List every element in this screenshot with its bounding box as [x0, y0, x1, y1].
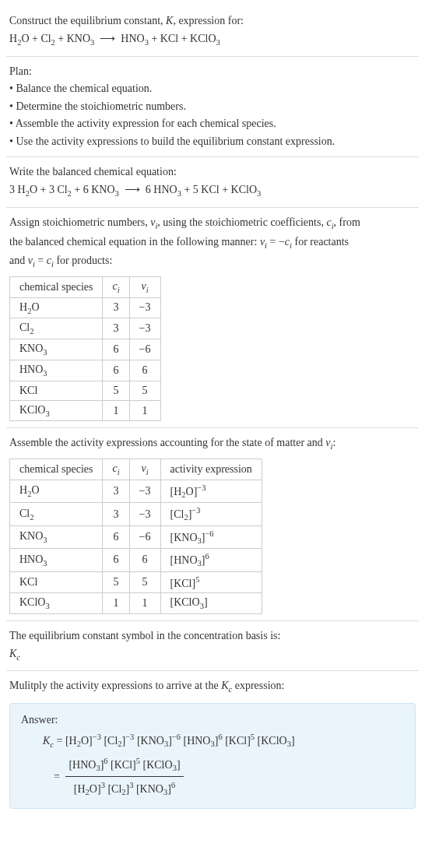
kc-symbol-line1: The equilibrium constant symbol in the c… [9, 627, 416, 645]
cell-species: KClO3 [10, 400, 103, 421]
cell-c: 3 [103, 318, 129, 339]
cell-species: HNO3 [10, 360, 103, 381]
stoich-intro: the balanced chemical equation in the fo… [9, 234, 416, 253]
table-row: KClO3 1 1 [KClO3] [10, 593, 262, 614]
cell-v: −3 [129, 503, 160, 525]
cell-v: −6 [129, 525, 160, 548]
cell-expr: [HNO3]6 [160, 549, 262, 571]
cell-v: 6 [129, 549, 160, 571]
cell-expr: [KNO3]−6 [160, 525, 262, 548]
table-row: HNO3 6 6 [HNO3]6 [10, 549, 262, 571]
table-header-row: chemical species ci νi [10, 276, 161, 297]
cell-species: KNO3 [10, 339, 103, 360]
table-row: KClO3 1 1 [10, 400, 161, 421]
cell-species: HNO3 [10, 549, 103, 571]
multiply-section: Mulitply the activity expressions to arr… [6, 671, 419, 815]
cell-species: KCl [10, 571, 103, 593]
cell-v: −3 [129, 297, 160, 318]
header-title: Construct the equilibrium constant, K, e… [9, 12, 416, 30]
plan-item: • Assemble the activity expression for e… [9, 115, 416, 132]
activity-title: Assemble the activity expressions accoun… [9, 434, 416, 454]
cell-species: KNO3 [10, 525, 103, 548]
stoich-intro: and νi = ci for products: [9, 252, 416, 272]
table-row: KNO3 6 −6 [10, 339, 161, 360]
fraction-numerator: [HNO3]6 [KCl]5 [KClO3] [65, 753, 183, 777]
kc-symbol: Kc [9, 645, 416, 665]
cell-c: 3 [103, 480, 129, 502]
stoich-section: Assign stoichiometric numbers, νi, using… [6, 208, 419, 429]
activity-table: chemical species ci νi activity expressi… [9, 459, 262, 614]
col-species: chemical species [10, 459, 103, 480]
cell-species: Cl2 [10, 318, 103, 339]
col-c: ci [103, 459, 129, 480]
kc-symbol-section: The equilibrium constant symbol in the c… [6, 621, 419, 671]
col-v: νi [129, 276, 160, 297]
activity-section: Assemble the activity expressions accoun… [6, 428, 419, 621]
col-v: νi [129, 459, 160, 480]
table-header-row: chemical species ci νi activity expressi… [10, 459, 262, 480]
table-row: Cl2 3 −3 [10, 318, 161, 339]
cell-v: 1 [129, 593, 160, 614]
cell-expr: [H2O]−3 [160, 480, 262, 502]
cell-v: 6 [129, 360, 160, 381]
cell-v: 1 [129, 400, 160, 421]
table-row: KNO3 6 −6 [KNO3]−6 [10, 525, 262, 548]
table-row: H2O 3 −3 [10, 297, 161, 318]
answer-label: Answer: [21, 712, 404, 729]
plan-item: • Determine the stoichiometric numbers. [9, 98, 416, 115]
cell-c: 3 [103, 503, 129, 525]
answer-expanded: Kc = [H2O]−3 [Cl2]−3 [KNO3]−6 [HNO3]6 [K… [43, 729, 404, 752]
cell-species: H2O [10, 297, 103, 318]
cell-species: KCl [10, 381, 103, 400]
cell-v: −6 [129, 339, 160, 360]
header-section: Construct the equilibrium constant, K, e… [6, 6, 419, 57]
cell-species: H2O [10, 480, 103, 502]
cell-v: −3 [129, 480, 160, 502]
cell-c: 1 [103, 400, 129, 421]
table-row: KCl 5 5 [KCl]5 [10, 571, 262, 593]
plan-item: • Balance the chemical equation. [9, 80, 416, 97]
header-equation: H2O + Cl2 + KNO3 ⟶ HNO3 + KCl + KClO3 [9, 30, 416, 50]
cell-species: KClO3 [10, 593, 103, 614]
balanced-equation: 3 H2O + 3 Cl2 + 6 KNO3 ⟶ 6 HNO3 + 5 KCl … [9, 181, 416, 201]
cell-c: 6 [103, 339, 129, 360]
multiply-title: Mulitply the activity expressions to arr… [9, 677, 416, 697]
cell-species: Cl2 [10, 503, 103, 525]
cell-v: 5 [129, 381, 160, 400]
cell-c: 6 [103, 525, 129, 548]
plan-section: Plan: • Balance the chemical equation. •… [6, 57, 419, 157]
plan-item: • Use the activity expressions to build … [9, 133, 416, 150]
table-row: KCl 5 5 [10, 381, 161, 400]
table-row: Cl2 3 −3 [Cl2]−3 [10, 503, 262, 525]
cell-v: 5 [129, 571, 160, 593]
cell-c: 1 [103, 593, 129, 614]
cell-c: 3 [103, 297, 129, 318]
table-row: HNO3 6 6 [10, 360, 161, 381]
col-c: ci [103, 276, 129, 297]
cell-c: 5 [103, 381, 129, 400]
table-row: H2O 3 −3 [H2O]−3 [10, 480, 262, 502]
cell-v: −3 [129, 318, 160, 339]
cell-c: 6 [103, 549, 129, 571]
stoich-intro: Assign stoichiometric numbers, νi, using… [9, 214, 416, 234]
stoich-table: chemical species ci νi H2O 3 −3 Cl2 3 −3… [9, 276, 161, 422]
cell-expr: [KClO3] [160, 593, 262, 614]
fraction-denominator: [H2O]3 [Cl2]3 [KNO3]6 [65, 777, 183, 800]
answer-fraction: = [HNO3]6 [KCl]5 [KClO3] [H2O]3 [Cl2]3 [… [43, 753, 404, 801]
cell-c: 5 [103, 571, 129, 593]
balanced-title: Write the balanced chemical equation: [9, 163, 416, 181]
cell-expr: [KCl]5 [160, 571, 262, 593]
cell-c: 6 [103, 360, 129, 381]
col-expr: activity expression [160, 459, 262, 480]
answer-box: Answer: Kc = [H2O]−3 [Cl2]−3 [KNO3]−6 [H… [9, 703, 416, 810]
balanced-section: Write the balanced chemical equation: 3 … [6, 157, 419, 208]
col-species: chemical species [10, 276, 103, 297]
cell-expr: [Cl2]−3 [160, 503, 262, 525]
plan-title: Plan: [9, 63, 416, 80]
